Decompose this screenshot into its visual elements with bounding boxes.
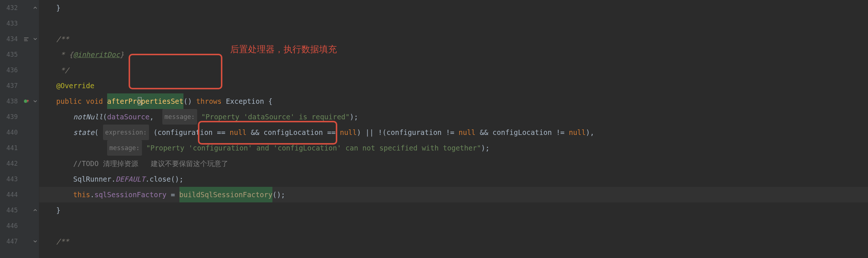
code-text: [39, 187, 73, 202]
line-number: 441: [0, 140, 18, 156]
line-number-gutter: 432 433 434 435 436 437 438 439 440 441 …: [0, 0, 21, 258]
code-text: /**: [56, 234, 69, 249]
code-text: /**: [56, 31, 69, 47]
code-text: && configLocation ==: [246, 125, 340, 140]
code-text: [39, 109, 73, 125]
line-number: 440: [0, 125, 18, 140]
code-text: .: [111, 171, 115, 187]
code-text: Exception {: [226, 93, 272, 109]
line-number: 436: [0, 62, 18, 78]
code-text: null: [569, 125, 586, 140]
code-text: (): [183, 93, 192, 109]
svg-rect-0: [24, 37, 29, 38]
code-text: [39, 78, 56, 93]
code-text: .: [145, 171, 149, 187]
breadcrumb-icon[interactable]: [21, 31, 31, 47]
code-text: void: [86, 93, 103, 109]
line-number: 437: [0, 78, 18, 93]
code-text: "Property 'dataSource' is required": [201, 109, 349, 125]
svg-point-3: [24, 100, 27, 103]
code-text: buildSqlSessionFactory: [179, 187, 273, 202]
line-number: 443: [0, 171, 18, 187]
code-text: DEFAULT: [116, 171, 145, 187]
code-editor[interactable]: 432 433 434 435 436 437 438 439 440 441 …: [0, 0, 868, 258]
code-text: [39, 140, 107, 156]
code-text: && configLocation !=: [476, 125, 569, 140]
line-number: 444: [0, 187, 18, 202]
line-number: 439: [0, 109, 18, 125]
code-text: sqlSessionFactory: [95, 187, 166, 202]
vcs-change-marker-icon[interactable]: [21, 93, 31, 109]
code-text: [142, 140, 146, 156]
line-number: 433: [0, 16, 18, 31]
line-number: 438: [0, 93, 18, 109]
code-text: (: [95, 125, 103, 140]
code-text: dataSource: [107, 109, 149, 125]
gutter-marker-column: [21, 0, 31, 258]
code-text: @inheritDoc: [73, 47, 120, 62]
code-text: //TODO 清理掉资源 建议不要保留这个玩意了: [73, 156, 228, 171]
line-number: 447: [0, 234, 18, 249]
code-text: }: [120, 47, 124, 62]
code-text: [39, 234, 56, 249]
parameter-hint: message:: [107, 140, 142, 156]
code-text: public: [56, 93, 82, 109]
annotation-label: 后置处理器，执行数据填充: [230, 42, 337, 57]
code-text: (: [103, 109, 107, 125]
code-text: this: [73, 187, 90, 202]
text-caret: [138, 97, 142, 105]
code-text: [39, 125, 73, 140]
fold-end-icon[interactable]: [33, 208, 38, 213]
code-text: =: [166, 187, 179, 202]
code-text: ();: [272, 187, 285, 202]
line-number: 445: [0, 202, 18, 218]
code-text: .: [90, 187, 94, 202]
code-text: null: [340, 125, 357, 140]
line-number: 442: [0, 156, 18, 171]
code-text: );: [349, 109, 358, 125]
code-text: throws: [196, 93, 222, 109]
code-text: (configuration ==: [149, 125, 229, 140]
fold-start-icon[interactable]: [33, 239, 38, 244]
code-text: notNull: [73, 109, 103, 125]
code-text: }: [39, 0, 60, 16]
code-text: * {: [39, 47, 73, 62]
fold-gutter: [31, 0, 39, 258]
code-text: close();: [149, 171, 183, 187]
fold-start-icon[interactable]: [33, 99, 38, 104]
code-area[interactable]: 后置处理器，执行数据填充 } /** * {@inheritDoc} */ @O…: [39, 0, 868, 258]
line-number: 446: [0, 218, 18, 234]
code-text: [39, 93, 56, 109]
code-text: [197, 109, 201, 125]
fold-end-icon[interactable]: [33, 5, 38, 10]
code-text: @Override: [56, 78, 95, 93]
code-text: [39, 156, 73, 171]
code-text: null: [230, 125, 247, 140]
line-number: 435: [0, 47, 18, 62]
fold-start-icon[interactable]: [33, 36, 38, 42]
code-text: null: [458, 125, 476, 140]
code-text: );: [481, 140, 490, 156]
line-number: 434: [0, 31, 18, 47]
code-text: state: [73, 125, 95, 140]
code-text: ),: [586, 125, 594, 140]
code-text: ,: [149, 109, 162, 125]
parameter-hint: message:: [162, 109, 197, 125]
code-text: "Property 'configuration' and 'configLoc…: [146, 140, 481, 156]
code-text: SqlRunner: [73, 171, 112, 187]
code-text: [39, 31, 56, 47]
code-text: ) || !(configuration !=: [357, 125, 459, 140]
code-text: */: [39, 62, 69, 78]
svg-rect-1: [24, 39, 27, 40]
code-text: afterPropertiesSet: [107, 93, 183, 109]
svg-rect-2: [24, 40, 28, 41]
parameter-hint: expression:: [103, 125, 149, 140]
line-number: 432: [0, 0, 18, 16]
code-text: [39, 171, 73, 187]
code-text: }: [39, 202, 60, 218]
